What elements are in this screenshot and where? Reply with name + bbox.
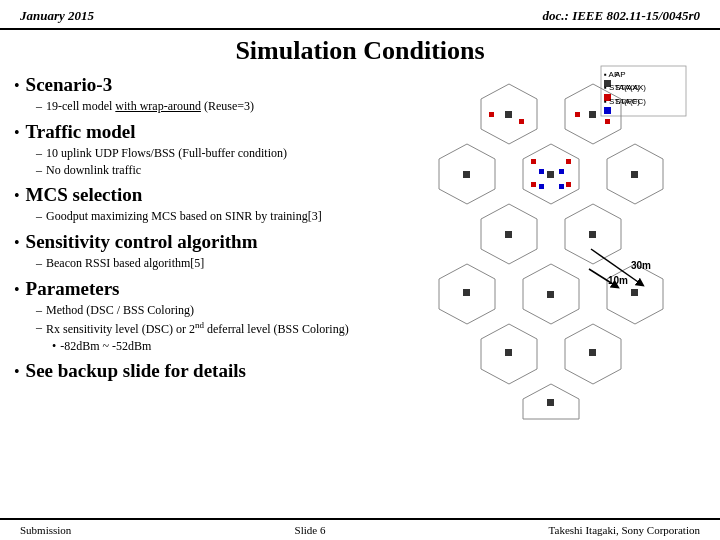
bullet-sensitivity: • Sensitivity control algorithm – Beacon…: [14, 231, 401, 272]
header: January 2015 doc.: IEEE 802.11-15/0045r0: [0, 0, 720, 30]
svg-rect-32: [631, 289, 638, 296]
bullet-traffic: • Traffic model – 10 uplink UDP Flows/BS…: [14, 121, 401, 179]
svg-text:AP: AP: [615, 70, 626, 79]
svg-rect-36: [531, 159, 536, 164]
svg-rect-38: [531, 182, 536, 187]
header-doc: doc.: IEEE 802.11-15/0045r0: [543, 8, 700, 24]
left-panel: • Scenario-3 – 19-cell model with wrap-a…: [14, 74, 411, 484]
bullet-dot-parameters: •: [14, 280, 20, 299]
parameters-sub-text-1: Method (DSC / BSS Coloring): [46, 302, 194, 319]
right-panel: ▪ AP ▪ STA(AX) ▪ STA(FC) AP STA(AX) STA(…: [411, 74, 706, 484]
svg-rect-30: [463, 289, 470, 296]
sub-dash: –: [36, 145, 42, 162]
svg-text:10m: 10m: [608, 275, 628, 286]
parameters-sub-sub-text: -82dBm ~ -52dBm: [60, 338, 151, 355]
mcs-title: MCS selection: [26, 184, 143, 206]
bullet-backup: • See backup slide for details: [14, 360, 401, 382]
sub-dash: –: [36, 302, 42, 319]
svg-rect-47: [559, 184, 564, 189]
scenario-sub-1: – 19-cell model with wrap-around (Reuse=…: [36, 98, 401, 115]
svg-rect-43: [605, 119, 610, 124]
svg-rect-27: [631, 171, 638, 178]
parameters-sub-2: – Rx sensitivity level (DSC) or 2nd defe…: [36, 319, 401, 338]
svg-rect-6: [604, 107, 611, 114]
parameters-sub-1: – Method (DSC / BSS Coloring): [36, 302, 401, 319]
svg-rect-37: [566, 159, 571, 164]
sensitivity-sub-1: – Beacon RSSI based algorithm[5]: [36, 255, 401, 272]
svg-rect-24: [505, 111, 512, 118]
slide-title: Simulation Conditions: [0, 36, 720, 66]
svg-rect-35: [547, 399, 554, 406]
svg-rect-34: [589, 349, 596, 356]
sub-dash: –: [36, 319, 42, 338]
svg-text:STA(AX): STA(AX): [615, 83, 646, 92]
bullet-dot-scenario: •: [14, 76, 20, 95]
sub-dash: –: [36, 162, 42, 179]
svg-rect-44: [539, 169, 544, 174]
header-date: January 2015: [20, 8, 94, 24]
content-area: • Scenario-3 – 19-cell model with wrap-a…: [0, 74, 720, 484]
traffic-subs: – 10 uplink UDP Flows/BSS (Full-buffer c…: [36, 145, 401, 179]
diagram-svg: ▪ AP ▪ STA(AX) ▪ STA(FC) AP STA(AX) STA(…: [411, 64, 691, 424]
mcs-sub-text: Goodput maximizing MCS based on SINR by …: [46, 208, 322, 225]
sub-dash: –: [36, 98, 42, 115]
footer-right: Takeshi Itagaki, Sony Corporation: [549, 524, 700, 536]
svg-rect-46: [539, 184, 544, 189]
traffic-sub-1: – 10 uplink UDP Flows/BSS (Full-buffer c…: [36, 145, 401, 162]
svg-rect-41: [519, 119, 524, 124]
parameters-subs: – Method (DSC / BSS Coloring) – Rx sensi…: [36, 302, 401, 354]
mcs-sub-1: – Goodput maximizing MCS based on SINR b…: [36, 208, 401, 225]
bullet-sensitivity-main: • Sensitivity control algorithm: [14, 231, 401, 253]
svg-rect-29: [589, 231, 596, 238]
scenario-sub-text: 19-cell model with wrap-around (Reuse=3): [46, 98, 254, 115]
bullet-dot-backup: •: [14, 362, 20, 381]
bullet-dot-traffic: •: [14, 123, 20, 142]
parameters-title: Parameters: [26, 278, 120, 300]
svg-rect-25: [589, 111, 596, 118]
svg-rect-39: [566, 182, 571, 187]
svg-rect-33: [505, 349, 512, 356]
svg-rect-26: [463, 171, 470, 178]
bullet-parameters-main: • Parameters: [14, 278, 401, 300]
svg-rect-23: [547, 171, 554, 178]
sub-dash: –: [36, 255, 42, 272]
bullet-parameters: • Parameters – Method (DSC / BSS Colorin…: [14, 278, 401, 354]
svg-text:30m: 30m: [631, 260, 651, 271]
sub-dash: –: [36, 208, 42, 225]
slide: January 2015 doc.: IEEE 802.11-15/0045r0…: [0, 0, 720, 540]
scenario-title: Scenario-3: [26, 74, 113, 96]
wrap-around-text: with wrap-around: [115, 99, 201, 113]
svg-rect-28: [505, 231, 512, 238]
traffic-sub-text-1: 10 uplink UDP Flows/BSS (Full-buffer con…: [46, 145, 287, 162]
traffic-title: Traffic model: [26, 121, 136, 143]
footer-left: Submission: [20, 524, 71, 536]
sub-sub-bullet: •: [52, 338, 56, 355]
sensitivity-sub-text: Beacon RSSI based algorithm[5]: [46, 255, 204, 272]
bullet-dot-sensitivity: •: [14, 233, 20, 252]
scenario-subs: – 19-cell model with wrap-around (Reuse=…: [36, 98, 401, 115]
svg-rect-42: [575, 112, 580, 117]
bullet-scenario-main: • Scenario-3: [14, 74, 401, 96]
parameters-sub-sub: • -82dBm ~ -52dBm: [52, 338, 401, 355]
sensitivity-title: Sensitivity control algorithm: [26, 231, 258, 253]
traffic-sub-text-2: No downlink traffic: [46, 162, 141, 179]
bullet-dot-mcs: •: [14, 186, 20, 205]
footer: Submission Slide 6 Takeshi Itagaki, Sony…: [0, 518, 720, 540]
bullet-mcs: • MCS selection – Goodput maximizing MCS…: [14, 184, 401, 225]
mcs-subs: – Goodput maximizing MCS based on SINR b…: [36, 208, 401, 225]
svg-rect-40: [489, 112, 494, 117]
backup-title: See backup slide for details: [26, 360, 246, 382]
network-diagram: ▪ AP ▪ STA(AX) ▪ STA(FC) AP STA(AX) STA(…: [411, 64, 691, 424]
svg-rect-45: [559, 169, 564, 174]
parameters-sub-text-2: Rx sensitivity level (DSC) or 2nd deferr…: [46, 319, 349, 338]
bullet-backup-main: • See backup slide for details: [14, 360, 401, 382]
footer-center: Slide 6: [295, 524, 326, 536]
sensitivity-subs: – Beacon RSSI based algorithm[5]: [36, 255, 401, 272]
bullet-scenario: • Scenario-3 – 19-cell model with wrap-a…: [14, 74, 401, 115]
svg-rect-31: [547, 291, 554, 298]
traffic-sub-2: – No downlink traffic: [36, 162, 401, 179]
bullet-mcs-main: • MCS selection: [14, 184, 401, 206]
bullet-traffic-main: • Traffic model: [14, 121, 401, 143]
